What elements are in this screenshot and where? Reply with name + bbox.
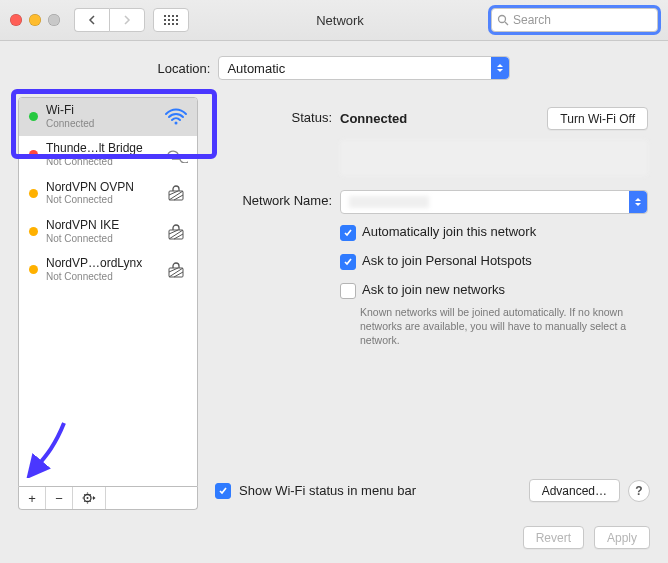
vpn-lock-icon (163, 223, 189, 241)
main-content: Wi-Fi Connected Thunde…lt Bridge Not Con… (0, 92, 668, 510)
status-value: Connected (340, 111, 407, 126)
footer-buttons: Revert Apply (523, 526, 650, 549)
sidebar: Wi-Fi Connected Thunde…lt Bridge Not Con… (18, 97, 198, 510)
new-networks-fineprint: Known networks will be joined automatica… (360, 305, 638, 348)
service-text: NordVPN IKE Not Connected (46, 219, 155, 244)
status-dot-off-icon (29, 150, 38, 159)
zoom-window-icon (48, 14, 60, 26)
menubar-label: Show Wi-Fi status in menu bar (239, 483, 416, 498)
hotspot-label: Ask to join Personal Hotspots (362, 253, 532, 268)
service-sub: Not Connected (46, 156, 155, 168)
service-options-button[interactable] (73, 487, 106, 509)
wifi-off-button[interactable]: Turn Wi-Fi Off (547, 107, 648, 130)
add-service-button[interactable]: + (19, 487, 46, 509)
location-label: Location: (158, 61, 211, 76)
service-name: NordVP…ordLynx (46, 257, 155, 271)
sidebar-item-wifi[interactable]: Wi-Fi Connected (19, 98, 197, 136)
status-detail-redacted (340, 140, 648, 176)
service-name: NordVPN IKE (46, 219, 155, 233)
network-name-label: Network Name: (212, 190, 340, 208)
location-row: Location: Automatic (0, 41, 668, 92)
status-value-row: Connected Turn Wi-Fi Off (340, 107, 648, 130)
minimize-window-icon[interactable] (29, 14, 41, 26)
close-window-icon[interactable] (10, 14, 22, 26)
service-text: NordVPN OVPN Not Connected (46, 181, 155, 206)
thunderbolt-bridge-icon (163, 147, 189, 163)
forward-button[interactable] (109, 8, 145, 32)
remove-service-button[interactable]: − (46, 487, 73, 509)
search-icon (497, 14, 509, 26)
auto-join-label: Automatically join this network (362, 224, 536, 239)
service-sub: Not Connected (46, 233, 155, 245)
service-text: NordVP…ordLynx Not Connected (46, 257, 155, 282)
service-sub: Not Connected (46, 194, 155, 206)
location-value: Automatic (227, 61, 285, 76)
show-all-button[interactable] (153, 8, 189, 32)
auto-join-checkbox[interactable] (340, 225, 356, 241)
service-name: Thunde…lt Bridge (46, 142, 155, 156)
new-networks-row: Ask to join new networks (340, 282, 648, 299)
auto-join-row: Automatically join this network (340, 224, 648, 241)
sidebar-item-vpn-ike[interactable]: NordVPN IKE Not Connected (19, 213, 197, 251)
search-placeholder: Search (513, 13, 551, 27)
service-name: NordVPN OVPN (46, 181, 155, 195)
dropdown-caret-icon (491, 57, 509, 79)
back-button[interactable] (74, 8, 109, 32)
vpn-lock-icon (163, 184, 189, 202)
svg-point-0 (499, 16, 506, 23)
sidebar-item-vpn-ovpn[interactable]: NordVPN OVPN Not Connected (19, 175, 197, 213)
svg-point-7 (87, 497, 89, 499)
action-bar-spacer (106, 487, 197, 509)
menubar-checkbox[interactable] (215, 483, 231, 499)
gear-icon (82, 492, 96, 504)
grid-icon (164, 15, 178, 25)
service-action-bar: + − (18, 487, 198, 510)
status-detail-row (212, 134, 648, 176)
wifi-icon (163, 108, 189, 126)
service-text: Thunde…lt Bridge Not Connected (46, 142, 155, 167)
status-row: Status: Connected Turn Wi-Fi Off (212, 107, 648, 130)
revert-button[interactable]: Revert (523, 526, 584, 549)
dropdown-caret-icon (629, 191, 647, 213)
new-networks-label: Ask to join new networks (362, 282, 505, 297)
hotspot-checkbox[interactable] (340, 254, 356, 270)
network-name-dropdown[interactable] (340, 190, 648, 214)
window-title: Network (197, 13, 483, 28)
svg-line-1 (505, 22, 508, 25)
status-dot-connected-icon (29, 112, 38, 121)
network-name-value-redacted (349, 196, 429, 208)
service-list[interactable]: Wi-Fi Connected Thunde…lt Bridge Not Con… (18, 97, 198, 487)
status-dot-idle-icon (29, 189, 38, 198)
apply-button[interactable]: Apply (594, 526, 650, 549)
location-dropdown[interactable]: Automatic (218, 56, 510, 80)
service-sub: Connected (46, 118, 155, 130)
advanced-button[interactable]: Advanced… (529, 479, 620, 502)
bottom-row: Show Wi-Fi status in menu bar Advanced… … (215, 479, 650, 502)
status-dot-idle-icon (29, 227, 38, 236)
service-name: Wi-Fi (46, 104, 155, 118)
service-text: Wi-Fi Connected (46, 104, 155, 129)
vpn-lock-icon (163, 261, 189, 279)
service-sub: Not Connected (46, 271, 155, 283)
hotspot-row: Ask to join Personal Hotspots (340, 253, 648, 270)
network-name-row: Network Name: (212, 190, 648, 214)
nav-back-forward (74, 8, 145, 32)
search-field[interactable]: Search (491, 8, 658, 32)
status-dot-idle-icon (29, 265, 38, 274)
status-label: Status: (212, 107, 340, 125)
sidebar-item-thunderbolt[interactable]: Thunde…lt Bridge Not Connected (19, 136, 197, 174)
traffic-lights (10, 14, 60, 26)
svg-point-2 (175, 121, 178, 124)
titlebar: Network Search (0, 0, 668, 41)
help-button[interactable]: ? (628, 480, 650, 502)
sidebar-item-vpn-lynx[interactable]: NordVP…ordLynx Not Connected (19, 251, 197, 289)
new-networks-checkbox[interactable] (340, 283, 356, 299)
detail-panel: Status: Connected Turn Wi-Fi Off Network… (212, 92, 650, 510)
